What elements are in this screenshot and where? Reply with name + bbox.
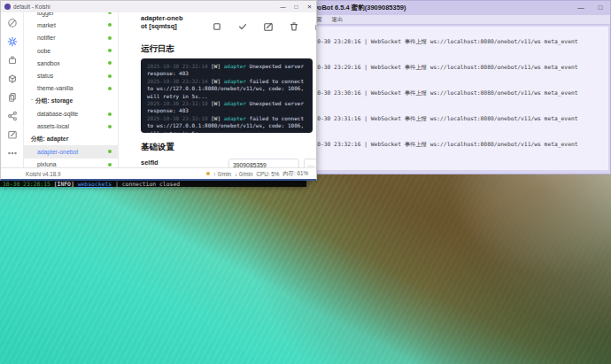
msg-up-rate: ↑ 0/min <box>213 171 231 177</box>
koishi-window-controls: —□✕ <box>276 1 316 12</box>
plugin-enabled-dot <box>108 150 112 153</box>
plugin-name: market <box>37 22 56 28</box>
koishi-version: Koishi v4.18.9 <box>26 171 61 177</box>
plugin-enabled-dot <box>108 125 112 128</box>
plugin-enabled-dot <box>108 36 112 40</box>
plugin-enabled-dot <box>108 112 112 116</box>
plugin-list: loggermarketnotifieroobesandboxstatusthe… <box>24 12 119 167</box>
files-icon[interactable] <box>7 92 18 103</box>
plugin-enabled-dot <box>108 23 112 27</box>
twobot-window-controls: —□ <box>571 1 610 15</box>
plugin-group-header[interactable]: ˇ分组: storage <box>24 95 118 107</box>
plugin-name: database-sqlite <box>37 111 78 117</box>
websocket-event-line: 25-10-30 23:28:16 | WebSocket 事件上报 ws://… <box>306 38 608 46</box>
desktop: { "colors": { "terminal_bg":"#0c0c0c", "… <box>0 0 611 364</box>
plugin-name: theme-vanilla <box>37 85 73 91</box>
remove-button[interactable] <box>289 21 299 32</box>
websocket-event-line: 25-10-30 23:32:16 | WebSocket 事件上报 ws://… <box>306 141 608 149</box>
sidebar-item-pixluna[interactable]: pixluna <box>24 159 118 167</box>
adapter-log-line: 2025-10-30 23:32:14 [W] adapter failed t… <box>147 78 306 100</box>
status-dot-icon <box>206 172 210 175</box>
plugin-title: adapter-onebot [sqmtsq] <box>141 14 187 30</box>
plugin-name: oobe <box>37 48 50 54</box>
plugin-name: notifier <box>37 35 55 41</box>
selfid-input[interactable] <box>228 159 299 167</box>
koishi-title: default - Koishi <box>13 4 50 10</box>
config-icon[interactable] <box>7 36 18 47</box>
menu-item-退出[interactable]: 退出 <box>332 16 344 24</box>
rename-button[interactable] <box>263 21 274 32</box>
stop-button[interactable] <box>212 21 222 32</box>
sidebar-item-database-sqlite[interactable]: database-sqlite <box>24 107 118 120</box>
maximize-button[interactable]: □ <box>290 1 303 12</box>
sidebar-item-sandbox[interactable]: sandbox <box>24 57 118 69</box>
sidebar-item-theme-vanilla[interactable]: theme-vanilla <box>24 82 118 95</box>
koishi-statusbar: Koishi v4.18.9 ↑ 0/min ↓ 0/min CPU: 5% 内… <box>1 167 316 179</box>
plugin-name: pixluna <box>37 161 57 167</box>
plugin-enabled-dot <box>108 163 112 167</box>
minimize-button[interactable]: — <box>276 1 290 12</box>
plugin-name: assets-local <box>37 123 69 129</box>
clone-button[interactable] <box>314 21 316 32</box>
koishi-activity-rail <box>1 12 24 167</box>
market-icon[interactable] <box>7 74 18 84</box>
plugin-name: logger <box>37 12 54 16</box>
plugin-name: sandbox <box>37 60 60 66</box>
sidebar-item-logger[interactable]: logger <box>24 12 118 19</box>
plugin-enabled-dot <box>108 87 112 90</box>
sidebar-item-status[interactable]: status <box>24 69 118 81</box>
plugin-toolbar <box>212 21 311 32</box>
plugin-detail-panel: adapter-onebot [sqmtsq] 运行日志 2025-10-30 … <box>119 12 316 167</box>
sandbox-icon[interactable] <box>7 129 18 140</box>
plugin-enabled-dot <box>108 61 112 65</box>
sidebar-item-market[interactable]: market <box>24 19 118 31</box>
websocket-event-line: 25-10-30 23:29:16 | WebSocket 事件上报 ws://… <box>306 64 608 72</box>
plugin-enabled-dot <box>108 12 112 14</box>
run-log-heading: 运行日志 <box>141 43 311 55</box>
koishi-window: default - Koishi —□✕ loggermarketnotifie… <box>0 0 317 181</box>
sidebar-item-adapter-onebot[interactable]: adapter-onebot <box>24 145 118 158</box>
adapter-log-line: 2025-10-30 23:32:19 [W] adapter failed t… <box>147 115 306 133</box>
maximize-button[interactable]: □ <box>591 1 610 15</box>
selfid-more-button[interactable]: … <box>304 159 316 167</box>
websocket-event-line: 25-10-30 23:30:16 | WebSocket 事件上报 ws://… <box>306 89 608 97</box>
group-label: 分组: adapter <box>31 135 68 143</box>
sidebar-item-assets-local[interactable]: assets-local <box>24 120 118 133</box>
plugin-name: adapter-onebot <box>37 149 78 155</box>
insight-icon[interactable] <box>7 111 18 121</box>
cpu-usage: CPU: 5% <box>256 171 279 177</box>
bot-status-icon[interactable] <box>7 18 18 28</box>
msg-down-rate: ↓ 0/min <box>235 171 252 177</box>
selfid-field-row: selfId 机器人的账号。 … <box>141 159 316 167</box>
twobot-titlebar[interactable]: TwoBot 6.5.4 蜜豹(3909085359) —□ <box>306 1 610 15</box>
twobot-log-panel: 25-10-30 23:28:16 | WebSocket 事件上报 ws://… <box>306 27 608 170</box>
adapter-log-line: 2025-10-30 23:32:19 [W] adapter Unexpect… <box>147 100 306 115</box>
selfid-label: selfId <box>141 159 228 167</box>
run-log-box: 2025-10-30 23:32:14 [W] adapter Unexpect… <box>141 58 313 133</box>
plugin-enabled-dot <box>108 74 112 78</box>
plugin-enabled-dot <box>108 49 112 52</box>
adapter-log-line: 2025-10-30 23:32:14 [W] adapter Unexpect… <box>147 63 306 78</box>
websocket-event-line: 25-10-30 23:31:16 | WebSocket 事件上报 ws://… <box>306 115 608 123</box>
group-label: 分组: storage <box>35 97 73 105</box>
collapse-caret-icon: ˇ <box>31 98 33 104</box>
koishi-titlebar[interactable]: default - Koishi —□✕ <box>1 1 316 12</box>
twobot-window: TwoBot 6.5.4 蜜豹(3909085359) —□ 配置退出 25-1… <box>306 0 611 174</box>
plugin-group-header[interactable]: 分组: adapter <box>24 133 118 145</box>
close-button[interactable]: ✕ <box>303 1 316 12</box>
basic-settings-heading: 基础设置 <box>141 142 311 153</box>
plugin-icon[interactable] <box>7 55 18 66</box>
plugin-name: status <box>37 73 53 79</box>
koishi-logo-icon <box>4 4 11 10</box>
terminal-line: 10-30 23:28:15 [INFO] websockets | conne… <box>3 181 306 188</box>
minimize-button[interactable]: — <box>571 1 591 15</box>
sidebar-item-notifier[interactable]: notifier <box>24 32 118 44</box>
twobot-menubar: 配置退出 <box>306 15 610 25</box>
save-button[interactable] <box>237 21 248 32</box>
sidebar-item-oobe[interactable]: oobe <box>24 44 118 57</box>
memory-usage: 内存: 61% <box>282 170 308 178</box>
more-icon[interactable] <box>7 148 18 159</box>
twobot-title: TwoBot 6.5.4 蜜豹(3909085359) <box>309 4 406 12</box>
